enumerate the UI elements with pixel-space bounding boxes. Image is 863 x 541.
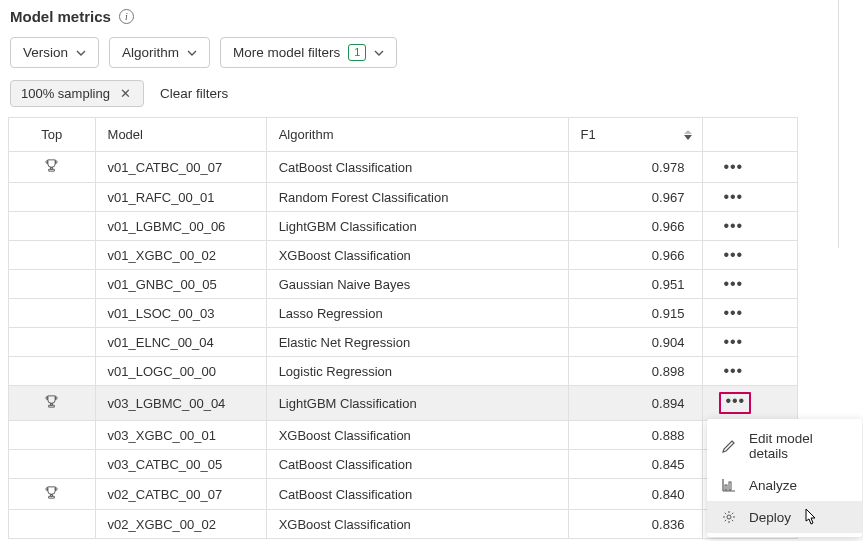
cell-top: [9, 212, 96, 241]
table-row[interactable]: v02_XGBC_00_02XGBoost Classification0.83…: [9, 510, 798, 539]
close-icon[interactable]: ✕: [118, 86, 133, 101]
more-filters-badge: 1: [348, 44, 366, 61]
table-row[interactable]: v02_CATBC_00_07CatBoost Classification0.…: [9, 479, 798, 510]
cell-f1: 0.894: [568, 386, 703, 421]
clear-filters-link[interactable]: Clear filters: [160, 86, 228, 101]
more-actions-icon[interactable]: •••: [719, 364, 747, 378]
cell-f1: 0.915: [568, 299, 703, 328]
table-row[interactable]: v03_XGBC_00_01XGBoost Classification0.88…: [9, 421, 798, 450]
chevron-down-icon: [76, 48, 86, 58]
cell-model: v01_LGBMC_00_06: [95, 212, 266, 241]
cell-f1: 0.888: [568, 421, 703, 450]
more-actions-icon[interactable]: •••: [719, 219, 747, 233]
cell-f1: 0.966: [568, 212, 703, 241]
model-metrics-table: Top Model Algorithm F1 v01_CATBC_00_07Ca…: [8, 117, 798, 539]
cell-top: [9, 479, 96, 510]
table-row[interactable]: v01_LGBMC_00_06LightGBM Classification0.…: [9, 212, 798, 241]
cell-model: v01_XGBC_00_02: [95, 241, 266, 270]
trophy-icon: [44, 158, 59, 173]
cell-actions: •••: [703, 152, 798, 183]
cell-algorithm: Random Forest Classification: [266, 183, 568, 212]
cell-model: v03_XGBC_00_01: [95, 421, 266, 450]
page-title: Model metrics: [10, 8, 111, 25]
table-row[interactable]: v01_GNBC_00_05Gaussian Naive Bayes0.951•…: [9, 270, 798, 299]
more-actions-icon[interactable]: •••: [719, 160, 747, 174]
row-actions-menu: Edit model details Analyze Deploy: [707, 419, 862, 537]
mouse-cursor-icon: [802, 508, 818, 528]
more-actions-icon[interactable]: •••: [719, 306, 747, 320]
cell-f1: 0.951: [568, 270, 703, 299]
cell-top: [9, 421, 96, 450]
cell-f1: 0.904: [568, 328, 703, 357]
more-actions-icon[interactable]: •••: [719, 335, 747, 349]
cell-f1: 0.978: [568, 152, 703, 183]
cell-model: v02_CATBC_00_07: [95, 479, 266, 510]
more-actions-icon[interactable]: •••: [719, 248, 747, 262]
table-row[interactable]: v01_ELNC_00_04Elastic Net Regression0.90…: [9, 328, 798, 357]
table-row[interactable]: v01_CATBC_00_07CatBoost Classification0.…: [9, 152, 798, 183]
cell-algorithm: XGBoost Classification: [266, 241, 568, 270]
cell-algorithm: Logistic Regression: [266, 357, 568, 386]
cell-f1: 0.845: [568, 450, 703, 479]
cell-model: v02_XGBC_00_02: [95, 510, 266, 539]
cell-algorithm: Elastic Net Regression: [266, 328, 568, 357]
bar-chart-icon: [721, 477, 737, 493]
cell-actions: •••: [703, 212, 798, 241]
cell-f1: 0.840: [568, 479, 703, 510]
menu-item-edit[interactable]: Edit model details: [707, 423, 862, 469]
filter-chip-sampling[interactable]: 100% sampling ✕: [10, 80, 144, 107]
cell-model: v01_RAFC_00_01: [95, 183, 266, 212]
svg-rect-1: [729, 482, 731, 490]
version-filter-label: Version: [23, 45, 68, 60]
more-actions-icon[interactable]: •••: [719, 392, 751, 414]
cell-actions: •••: [703, 299, 798, 328]
menu-item-deploy[interactable]: Deploy: [707, 501, 862, 533]
cell-actions: •••: [703, 328, 798, 357]
table-row[interactable]: v03_LGBMC_00_04LightGBM Classification0.…: [9, 386, 798, 421]
cell-algorithm: XGBoost Classification: [266, 421, 568, 450]
algorithm-filter-label: Algorithm: [122, 45, 179, 60]
deploy-icon: [721, 509, 737, 525]
menu-item-analyze[interactable]: Analyze: [707, 469, 862, 501]
cell-actions: •••: [703, 357, 798, 386]
table-row[interactable]: v01_XGBC_00_02XGBoost Classification0.96…: [9, 241, 798, 270]
column-header-top[interactable]: Top: [9, 118, 96, 152]
cell-algorithm: Lasso Regression: [266, 299, 568, 328]
sort-indicator-icon: [684, 130, 692, 140]
more-actions-icon[interactable]: •••: [719, 277, 747, 291]
cell-model: v01_LSOC_00_03: [95, 299, 266, 328]
cell-model: v01_LOGC_00_00: [95, 357, 266, 386]
cell-actions: •••: [703, 386, 798, 421]
table-row[interactable]: v01_LSOC_00_03Lasso Regression0.915•••: [9, 299, 798, 328]
chevron-down-icon: [187, 48, 197, 58]
table-row[interactable]: v01_RAFC_00_01Random Forest Classificati…: [9, 183, 798, 212]
cell-actions: •••: [703, 241, 798, 270]
column-header-f1[interactable]: F1: [568, 118, 703, 152]
cell-model: v03_CATBC_00_05: [95, 450, 266, 479]
cell-top: [9, 386, 96, 421]
cell-top: [9, 152, 96, 183]
algorithm-filter[interactable]: Algorithm: [109, 37, 210, 68]
cell-algorithm: CatBoost Classification: [266, 152, 568, 183]
cell-model: v01_CATBC_00_07: [95, 152, 266, 183]
cell-top: [9, 450, 96, 479]
cell-algorithm: LightGBM Classification: [266, 386, 568, 421]
cell-f1: 0.967: [568, 183, 703, 212]
trophy-icon: [44, 394, 59, 409]
version-filter[interactable]: Version: [10, 37, 99, 68]
column-header-algorithm[interactable]: Algorithm: [266, 118, 568, 152]
cell-top: [9, 270, 96, 299]
table-row[interactable]: v03_CATBC_00_05CatBoost Classification0.…: [9, 450, 798, 479]
column-header-actions: [703, 118, 798, 152]
cell-actions: •••: [703, 270, 798, 299]
info-icon[interactable]: i: [119, 9, 134, 24]
more-actions-icon[interactable]: •••: [719, 190, 747, 204]
cell-model: v01_ELNC_00_04: [95, 328, 266, 357]
cell-f1: 0.898: [568, 357, 703, 386]
cell-top: [9, 357, 96, 386]
column-header-model[interactable]: Model: [95, 118, 266, 152]
table-row[interactable]: v01_LOGC_00_00Logistic Regression0.898••…: [9, 357, 798, 386]
cell-algorithm: Gaussian Naive Bayes: [266, 270, 568, 299]
more-model-filters[interactable]: More model filters 1: [220, 37, 397, 68]
cell-f1: 0.966: [568, 241, 703, 270]
